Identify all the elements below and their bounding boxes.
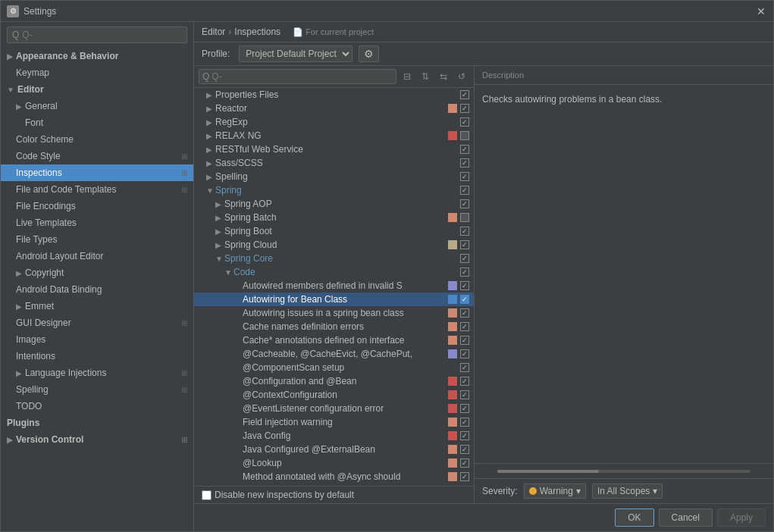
- tree-item-event-listener[interactable]: @EventListener configuration error: [194, 402, 474, 415]
- checkbox-cacheable[interactable]: [460, 349, 469, 358]
- inspection-search-box[interactable]: Q: [199, 69, 396, 84]
- tree-item-regexp[interactable]: ▶ RegExp: [194, 115, 474, 129]
- tree-item-method-async[interactable]: Method annotated with @Async should: [194, 470, 474, 483]
- sidebar-item-inspections[interactable]: Inspections ⊞: [1, 164, 193, 181]
- tree-item-autowiring-bean-class[interactable]: Autowiring for Bean Class: [194, 293, 474, 306]
- sidebar-search-box[interactable]: Q: [7, 27, 187, 43]
- sidebar-item-android-data-binding[interactable]: Android Data Binding: [1, 281, 193, 298]
- tree-item-spring-cloud[interactable]: ▶ Spring Cloud: [194, 238, 474, 252]
- checkbox-field-injection[interactable]: [460, 418, 469, 427]
- checkbox-sass[interactable]: [460, 158, 469, 167]
- severity-select[interactable]: Warning ▾: [524, 483, 586, 499]
- checkbox-java-config[interactable]: [460, 431, 469, 440]
- tree-item-spelling[interactable]: ▶ Spelling: [194, 170, 474, 183]
- checkbox-regexp[interactable]: [460, 117, 469, 127]
- checkbox-code[interactable]: [460, 268, 469, 277]
- collapse-all-button[interactable]: ⇆: [436, 69, 451, 84]
- tree-item-reactor[interactable]: ▶ Reactor: [194, 102, 474, 115]
- checkbox-autowired-members[interactable]: [460, 281, 469, 290]
- sidebar-item-intentions[interactable]: Intentions: [1, 348, 193, 365]
- sidebar-item-file-code-templates[interactable]: File and Code Templates ⊞: [1, 181, 193, 198]
- checkbox-spring-core[interactable]: [460, 254, 469, 263]
- tree-item-spring[interactable]: ▼ Spring: [194, 183, 474, 197]
- checkbox-spelling[interactable]: [460, 172, 469, 181]
- checkbox-lookup[interactable]: [460, 458, 469, 468]
- tree-item-restful[interactable]: ▶ RESTful Web Service: [194, 142, 474, 156]
- sidebar-item-appearance[interactable]: ▶ Appearance & Behavior: [1, 48, 193, 64]
- disable-new-inspections-label[interactable]: Disable new inspections by default: [202, 490, 466, 500]
- apply-button[interactable]: Apply: [717, 509, 766, 527]
- sidebar-item-live-templates[interactable]: Live Templates: [1, 214, 193, 231]
- ok-button[interactable]: OK: [615, 509, 653, 527]
- checkbox-reactor[interactable]: [460, 104, 469, 113]
- sidebar-item-file-types[interactable]: File Types: [1, 231, 193, 248]
- sidebar-item-file-encodings[interactable]: File Encodings: [1, 198, 193, 214]
- checkbox-autowiring-bean[interactable]: [460, 295, 469, 304]
- sidebar-item-general[interactable]: ▶ General: [1, 98, 193, 114]
- tree-item-cache-annotations[interactable]: Cache* annotations defined on interface: [194, 333, 474, 347]
- tree-item-spring-boot[interactable]: ▶ Spring Boot: [194, 224, 474, 238]
- tree-item-context-configuration[interactable]: @ContextConfiguration: [194, 388, 474, 402]
- sidebar-item-editor[interactable]: ▼ Editor: [1, 81, 193, 98]
- checkbox-method-async[interactable]: [460, 472, 469, 481]
- sidebar-search-input[interactable]: [22, 30, 182, 40]
- sidebar-item-android-layout-editor[interactable]: Android Layout Editor: [1, 248, 193, 264]
- checkbox-spring-cloud[interactable]: [460, 240, 469, 249]
- profile-gear-button[interactable]: ⚙: [359, 45, 379, 62]
- checkbox-event-listener[interactable]: [460, 404, 469, 413]
- checkbox-spring-batch[interactable]: [460, 213, 469, 222]
- checkbox-spring-boot[interactable]: [460, 227, 469, 236]
- tree-item-java-config[interactable]: Java Config: [194, 429, 474, 443]
- checkbox-java-configured-external[interactable]: [460, 445, 469, 454]
- checkbox-componentscan[interactable]: [460, 363, 469, 372]
- tree-item-lookup[interactable]: @Lookup: [194, 456, 474, 470]
- tree-item-autowired-members[interactable]: Autowired members defined in invalid S: [194, 279, 474, 293]
- profile-select[interactable]: Project Default Project: [239, 45, 353, 62]
- reset-button[interactable]: ↺: [454, 69, 469, 84]
- disable-new-inspections-checkbox[interactable]: [202, 490, 212, 500]
- tree-item-properties-files[interactable]: ▶ Properties Files: [194, 88, 474, 102]
- sidebar-item-code-style[interactable]: Code Style ⊞: [1, 148, 193, 164]
- tree-item-componentscan[interactable]: @ComponentScan setup: [194, 361, 474, 374]
- checkbox-context-configuration[interactable]: [460, 390, 469, 399]
- tree-item-spring-core[interactable]: ▼ Spring Core: [194, 252, 474, 265]
- sidebar-item-copyright[interactable]: ▶ Copyright: [1, 264, 193, 281]
- checkbox-spring[interactable]: [460, 186, 469, 195]
- checkbox-cache-annotations[interactable]: [460, 336, 469, 345]
- sidebar-item-color-scheme[interactable]: Color Scheme: [1, 131, 193, 148]
- tree-item-code-group[interactable]: ▼ Code: [194, 265, 474, 279]
- sidebar-item-spelling[interactable]: Spelling ⊞: [1, 381, 193, 398]
- checkbox-spring-aop[interactable]: [460, 199, 469, 208]
- filter-button[interactable]: ⊟: [400, 69, 415, 84]
- inspection-search-input[interactable]: [212, 71, 393, 82]
- checkbox-configuration-bean[interactable]: [460, 377, 469, 386]
- tree-item-java-configured-external[interactable]: Java Configured @ExternalBean: [194, 443, 474, 456]
- checkbox-restful[interactable]: [460, 145, 469, 154]
- tree-item-spring-aop[interactable]: ▶ Spring AOP: [194, 197, 474, 211]
- sidebar-item-plugins[interactable]: Plugins: [1, 415, 193, 431]
- checkbox-properties[interactable]: [460, 90, 469, 99]
- sidebar-item-language-injections[interactable]: ▶ Language Injections ⊞: [1, 365, 193, 381]
- scope-select[interactable]: In All Scopes ▾: [592, 483, 663, 499]
- tree-item-autowiring-issues[interactable]: Autowiring issues in a spring bean class: [194, 306, 474, 320]
- checkbox-relax-ng[interactable]: [460, 131, 469, 140]
- sidebar-item-emmet[interactable]: ▶ Emmet: [1, 298, 193, 315]
- checkbox-autowiring-issues[interactable]: [460, 308, 469, 318]
- tree-item-relax-ng[interactable]: ▶ RELAX NG: [194, 129, 474, 142]
- tree-item-sass[interactable]: ▶ Sass/SCSS: [194, 156, 474, 170]
- sidebar-item-images[interactable]: Images: [1, 331, 193, 348]
- sidebar-item-gui-designer[interactable]: GUI Designer ⊞: [1, 315, 193, 331]
- expand-all-button[interactable]: ⇅: [418, 69, 433, 84]
- tree-item-cache-names[interactable]: Cache names definition errors: [194, 320, 474, 333]
- close-button[interactable]: ✕: [755, 5, 767, 17]
- sidebar-item-keymap[interactable]: Keymap: [1, 64, 193, 81]
- tree-item-cacheable[interactable]: @Cacheable, @CacheEvict, @CachePut,: [194, 347, 474, 361]
- tree-item-field-injection[interactable]: Field injection warning: [194, 415, 474, 429]
- cancel-button[interactable]: Cancel: [659, 509, 713, 527]
- checkbox-cache-names[interactable]: [460, 322, 469, 331]
- tree-item-spring-batch[interactable]: ▶ Spring Batch: [194, 211, 474, 224]
- sidebar-item-todo[interactable]: TODO: [1, 398, 193, 415]
- sidebar-item-font[interactable]: Font: [1, 114, 193, 131]
- scrollbar-thumb[interactable]: [497, 470, 599, 473]
- tree-item-configuration-bean[interactable]: @Configuration and @Bean: [194, 374, 474, 388]
